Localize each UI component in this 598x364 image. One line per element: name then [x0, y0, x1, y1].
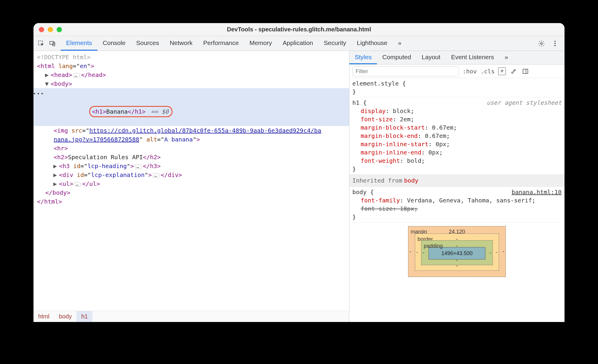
device-toggle-icon[interactable] — [48, 39, 57, 48]
css-val: bold — [407, 157, 421, 164]
svg-point-5 — [554, 43, 556, 44]
h2-open-tag: h2 — [57, 154, 64, 161]
h3-close-tag: h3 — [150, 162, 157, 170]
tab-network[interactable]: Network — [164, 36, 198, 51]
tab-memory[interactable]: Memory — [244, 36, 277, 51]
bm-padding-left: - — [423, 249, 424, 257]
dom-h1-selected[interactable]: ••• <h1>Banana</h1> == $0 — [33, 88, 349, 126]
dom-ul[interactable]: ▶<ul></ul> — [33, 179, 349, 188]
cls-toggle[interactable]: .cls — [480, 68, 495, 75]
css-declaration[interactable]: display: block; — [352, 107, 562, 115]
html-close-tag: html — [44, 198, 58, 205]
css-declaration[interactable]: font-family: Verdana, Geneva, Tahoma, sa… — [352, 196, 562, 204]
tab-sources[interactable]: Sources — [131, 36, 164, 51]
paint-brush-icon[interactable] — [509, 67, 518, 75]
expand-div-icon[interactable]: ▶ — [52, 170, 58, 179]
expand-h3-icon[interactable]: ▶ — [52, 162, 58, 170]
inherited-from-body[interactable]: body — [402, 177, 418, 184]
dom-img-line1[interactable]: <img src="https://cdn.glitch.global/87b4… — [33, 126, 349, 144]
ellipsis-icon[interactable] — [73, 73, 80, 78]
window-titlebar: DevTools - speculative-rules.glitch.me/b… — [33, 23, 565, 36]
css-val: 0.67em — [432, 124, 453, 131]
gutter-menu-icon[interactable]: ••• — [33, 89, 44, 98]
stab-event-listeners[interactable]: Event Listeners — [446, 51, 499, 64]
crumb-body[interactable]: body — [54, 311, 76, 322]
tab-lighthouse[interactable]: Lighthouse — [351, 36, 393, 51]
bm-border[interactable]: border - - - - padding - - - - 14 — [415, 233, 499, 271]
inspect-icon[interactable] — [37, 39, 45, 48]
stabs-overflow-icon[interactable]: » — [499, 51, 514, 64]
css-val: 0px — [428, 149, 439, 156]
ellipsis-icon[interactable] — [74, 182, 81, 187]
html-tag: html — [41, 62, 55, 70]
styles-filter-input[interactable] — [352, 66, 459, 76]
main-tabbar: Elements Console Sources Network Perform… — [33, 36, 565, 51]
stab-computed[interactable]: Computed — [377, 51, 416, 64]
tab-security[interactable]: Security — [318, 36, 351, 51]
stab-layout[interactable]: Layout — [416, 51, 446, 64]
collapse-body-icon[interactable]: ▼ — [44, 79, 49, 88]
css-declaration[interactable]: font-size: 18px; — [352, 204, 562, 213]
box-model[interactable]: margin 24.120 - - border - - - - padding — [349, 223, 565, 277]
dom-div[interactable]: ▶<div id="lcp-explanation"></div> — [33, 170, 349, 179]
dom-hr[interactable]: <hr> — [33, 144, 349, 153]
ellipsis-icon[interactable] — [135, 164, 142, 169]
css-declaration[interactable]: font-weight: bold; — [352, 157, 562, 165]
rule-element-style[interactable]: element.style { } — [349, 78, 565, 97]
img-src-val-2[interactable]: nana.jpg?v=1705668720588 — [54, 136, 139, 143]
bm-margin-right: - — [503, 247, 504, 256]
div-id-val: lcp-explanation — [91, 171, 145, 178]
dom-html-close[interactable]: </html> — [33, 197, 349, 206]
toggle-computed-sidebar-icon[interactable] — [521, 67, 530, 75]
settings-icon[interactable] — [537, 39, 546, 48]
expand-head-icon[interactable]: ▶ — [44, 70, 49, 79]
dom-tree[interactable]: <!DOCTYPE html> <html lang="en"> ▶<head>… — [33, 51, 349, 311]
dom-h2[interactable]: <h2>Speculation Rules API</h2> — [33, 153, 349, 162]
maximize-window-icon[interactable] — [57, 27, 62, 32]
expand-ul-icon[interactable]: ▶ — [52, 179, 58, 188]
head-tag: head — [54, 71, 68, 78]
img-src-val-1[interactable]: https://cdn.glitch.global/87b4c0fe-655a-… — [89, 127, 321, 134]
dom-h3[interactable]: ▶<h3 id="lcp-heading"></h3> — [33, 162, 349, 170]
source-link[interactable]: banana.html:10 — [511, 188, 562, 196]
hov-toggle[interactable]: :hov — [463, 68, 477, 75]
css-declaration[interactable]: margin-block-end: 0.67em; — [352, 132, 562, 140]
rule-body[interactable]: body {banana.html:10 font-family: Verdan… — [349, 187, 565, 223]
bm-padding[interactable]: padding - - - - 1496×43.500 — [421, 240, 493, 265]
css-declaration[interactable]: margin-block-start: 0.67em; — [352, 123, 562, 132]
tab-elements[interactable]: Elements — [61, 36, 97, 51]
tabs-overflow-icon[interactable]: » — [393, 36, 407, 51]
css-declaration[interactable]: margin-inline-end: 0px; — [352, 148, 562, 157]
kebab-menu-icon[interactable] — [551, 39, 559, 48]
dom-head[interactable]: ▶<head></head> — [33, 70, 349, 79]
ellipsis-icon[interactable] — [153, 173, 159, 178]
crumb-h1[interactable]: h1 — [76, 311, 92, 322]
styles-body[interactable]: element.style { } user agent stylesheet … — [349, 78, 565, 322]
h1-open-tag: h1 — [95, 108, 103, 115]
crumb-html[interactable]: html — [33, 311, 54, 322]
bm-margin[interactable]: margin 24.120 - - border - - - - padding — [408, 226, 506, 277]
tab-performance[interactable]: Performance — [198, 36, 244, 51]
css-declaration[interactable]: margin-inline-start: 0px; — [352, 140, 562, 148]
bm-border-left: - — [416, 248, 418, 256]
breadcrumb: html body h1 — [33, 311, 349, 322]
dom-html-open[interactable]: <html lang="en"> — [33, 62, 349, 70]
dom-doctype[interactable]: <!DOCTYPE html> — [33, 53, 349, 62]
rule-h1[interactable]: user agent stylesheet h1 { display: bloc… — [349, 97, 565, 175]
traffic-lights — [33, 27, 62, 32]
html-lang-val: en — [80, 62, 87, 70]
minimize-window-icon[interactable] — [48, 27, 53, 32]
inherited-from-row: Inherited frombody — [349, 175, 565, 187]
dom-body-close[interactable]: </body> — [33, 188, 349, 197]
close-window-icon[interactable] — [39, 27, 44, 32]
html-lang-attr: lang — [58, 62, 73, 70]
stab-styles[interactable]: Styles — [349, 51, 377, 64]
tab-console[interactable]: Console — [97, 36, 131, 51]
tab-application[interactable]: Application — [277, 36, 319, 51]
css-declaration[interactable]: font-size: 2em; — [352, 115, 562, 123]
dom-body-open[interactable]: ▼<body> — [33, 79, 349, 88]
ua-stylesheet-label: user agent stylesheet — [487, 99, 562, 107]
div-id-attr: id — [77, 171, 84, 178]
new-style-rule-icon[interactable]: + — [498, 67, 506, 75]
h1-close-tag: h1 — [135, 108, 142, 115]
